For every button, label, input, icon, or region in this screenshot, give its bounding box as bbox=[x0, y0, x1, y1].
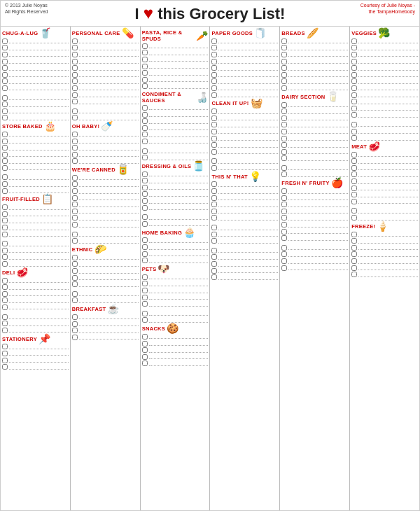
list-checkbox[interactable] bbox=[142, 43, 148, 49]
list-checkbox[interactable] bbox=[281, 229, 287, 234]
list-checkbox[interactable] bbox=[2, 145, 8, 150]
list-checkbox[interactable] bbox=[281, 108, 287, 114]
list-checkbox[interactable] bbox=[281, 72, 287, 78]
list-checkbox[interactable] bbox=[2, 95, 8, 101]
list-checkbox[interactable] bbox=[72, 132, 78, 137]
list-checkbox[interactable] bbox=[142, 185, 148, 190]
list-checkbox[interactable] bbox=[351, 72, 357, 78]
list-checkbox[interactable] bbox=[211, 215, 217, 220]
list-checkbox[interactable] bbox=[72, 232, 78, 237]
list-checkbox[interactable] bbox=[142, 191, 148, 197]
list-checkbox[interactable] bbox=[351, 92, 357, 98]
list-checkbox[interactable] bbox=[2, 298, 8, 303]
list-checkbox[interactable] bbox=[2, 304, 8, 310]
list-checkbox[interactable] bbox=[2, 364, 8, 370]
list-checkbox[interactable] bbox=[2, 165, 8, 171]
list-checkbox[interactable] bbox=[2, 225, 8, 230]
list-checkbox[interactable] bbox=[142, 64, 148, 69]
list-checkbox[interactable] bbox=[2, 52, 8, 57]
list-checkbox[interactable] bbox=[142, 198, 148, 204]
list-checkbox[interactable] bbox=[72, 108, 78, 114]
list-checkbox[interactable] bbox=[351, 192, 357, 197]
list-checkbox[interactable] bbox=[72, 275, 78, 281]
list-checkbox[interactable] bbox=[142, 112, 148, 118]
list-checkbox[interactable] bbox=[281, 78, 287, 84]
list-checkbox[interactable] bbox=[72, 335, 78, 340]
list-checkbox[interactable] bbox=[142, 347, 148, 353]
list-checkbox[interactable] bbox=[142, 57, 148, 62]
list-checkbox[interactable] bbox=[211, 238, 217, 244]
list-checkbox[interactable] bbox=[281, 235, 287, 241]
list-checkbox[interactable] bbox=[72, 139, 78, 144]
list-checkbox[interactable] bbox=[72, 45, 78, 50]
list-checkbox[interactable] bbox=[142, 334, 148, 340]
list-checkbox[interactable] bbox=[142, 118, 148, 124]
list-checkbox[interactable] bbox=[142, 132, 148, 137]
list-checkbox[interactable] bbox=[351, 112, 357, 118]
list-checkbox[interactable] bbox=[72, 298, 78, 303]
list-checkbox[interactable] bbox=[142, 70, 148, 76]
list-checkbox[interactable] bbox=[2, 254, 8, 260]
list-checkbox[interactable] bbox=[351, 245, 357, 251]
list-checkbox[interactable] bbox=[211, 232, 217, 237]
list-checkbox[interactable] bbox=[142, 172, 148, 177]
list-checkbox[interactable] bbox=[211, 78, 217, 84]
list-checkbox[interactable] bbox=[351, 208, 357, 214]
list-checkbox[interactable] bbox=[142, 205, 148, 211]
list-checkbox[interactable] bbox=[2, 204, 8, 210]
list-checkbox[interactable] bbox=[211, 209, 217, 214]
list-checkbox[interactable] bbox=[2, 152, 8, 158]
list-checkbox[interactable] bbox=[2, 261, 8, 267]
list-checkbox[interactable] bbox=[281, 202, 287, 207]
list-checkbox[interactable] bbox=[351, 59, 357, 64]
list-checkbox[interactable] bbox=[211, 45, 217, 50]
list-checkbox[interactable] bbox=[2, 65, 8, 71]
list-checkbox[interactable] bbox=[2, 78, 8, 84]
list-checkbox[interactable] bbox=[281, 172, 287, 177]
list-checkbox[interactable] bbox=[351, 199, 357, 204]
list-checkbox[interactable] bbox=[211, 142, 217, 148]
list-checkbox[interactable] bbox=[351, 106, 357, 111]
list-checkbox[interactable] bbox=[2, 358, 8, 363]
list-checkbox[interactable] bbox=[351, 215, 357, 220]
list-checkbox[interactable] bbox=[211, 248, 217, 253]
list-checkbox[interactable] bbox=[2, 139, 8, 144]
list-checkbox[interactable] bbox=[211, 108, 217, 114]
list-checkbox[interactable] bbox=[281, 251, 287, 257]
list-checkbox[interactable] bbox=[2, 344, 8, 349]
list-checkbox[interactable] bbox=[281, 122, 287, 127]
list-checkbox[interactable] bbox=[142, 251, 148, 257]
list-checkbox[interactable] bbox=[72, 328, 78, 333]
list-checkbox[interactable] bbox=[72, 215, 78, 220]
list-checkbox[interactable] bbox=[142, 214, 148, 220]
list-checkbox[interactable] bbox=[72, 181, 78, 187]
list-checkbox[interactable] bbox=[281, 188, 287, 194]
list-checkbox[interactable] bbox=[281, 165, 287, 171]
list-checkbox[interactable] bbox=[72, 314, 78, 320]
list-checkbox[interactable] bbox=[72, 115, 78, 120]
list-checkbox[interactable] bbox=[351, 38, 357, 44]
list-checkbox[interactable] bbox=[211, 188, 217, 194]
list-checkbox[interactable] bbox=[211, 129, 217, 134]
list-checkbox[interactable] bbox=[281, 59, 287, 64]
list-checkbox[interactable] bbox=[142, 139, 148, 144]
list-checkbox[interactable] bbox=[72, 38, 78, 44]
list-checkbox[interactable] bbox=[2, 188, 8, 194]
list-checkbox[interactable] bbox=[2, 218, 8, 223]
list-checkbox[interactable] bbox=[142, 148, 148, 154]
list-checkbox[interactable] bbox=[281, 155, 287, 161]
list-checkbox[interactable] bbox=[351, 186, 357, 191]
list-checkbox[interactable] bbox=[72, 268, 78, 274]
list-checkbox[interactable] bbox=[142, 360, 148, 366]
list-checkbox[interactable] bbox=[2, 278, 8, 284]
list-checkbox[interactable] bbox=[351, 265, 357, 271]
list-checkbox[interactable] bbox=[72, 281, 78, 287]
list-checkbox[interactable] bbox=[211, 136, 217, 141]
list-checkbox[interactable] bbox=[142, 125, 148, 131]
list-checkbox[interactable] bbox=[142, 83, 148, 89]
list-checkbox[interactable] bbox=[211, 92, 217, 98]
list-checkbox[interactable] bbox=[2, 291, 8, 297]
list-checkbox[interactable] bbox=[351, 158, 357, 164]
list-checkbox[interactable] bbox=[142, 155, 148, 160]
list-checkbox[interactable] bbox=[281, 45, 287, 50]
